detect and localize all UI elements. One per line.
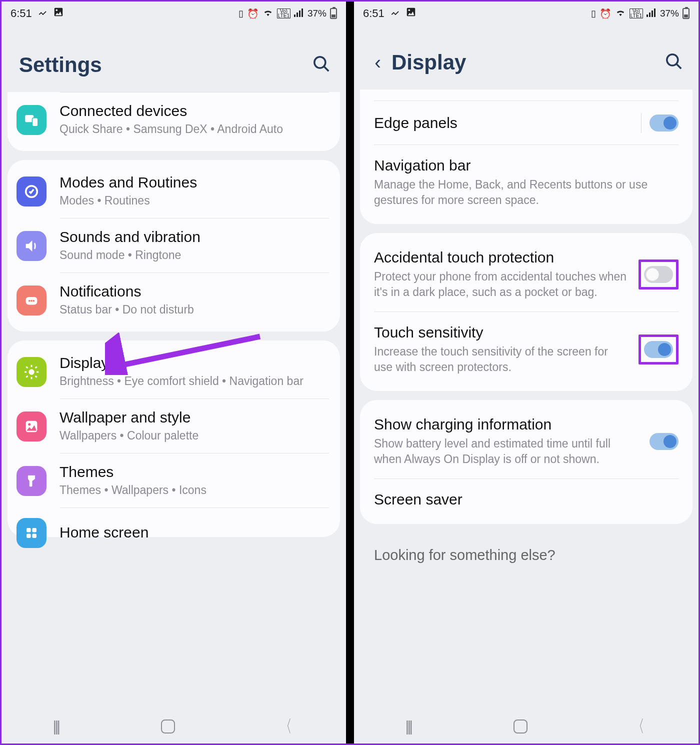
missed-call-icon bbox=[37, 6, 48, 20]
sound-icon bbox=[16, 231, 46, 261]
accidental-touch-toggle[interactable] bbox=[644, 266, 673, 283]
list-item-themes[interactable]: Themes Themes • Wallpapers • Icons bbox=[8, 454, 340, 508]
svg-rect-35 bbox=[652, 10, 653, 17]
wifi-icon bbox=[262, 8, 274, 20]
lte-icon: Vo)LTE1 bbox=[277, 8, 290, 18]
svg-point-14 bbox=[32, 300, 34, 302]
list-item-wallpaper[interactable]: Wallpaper and style Wallpapers • Colour … bbox=[8, 399, 340, 454]
setting-label: Touch sensitivity bbox=[374, 324, 628, 341]
touch-sensitivity-toggle[interactable] bbox=[644, 341, 673, 358]
setting-charging-info[interactable]: Show charging information Show battery l… bbox=[360, 404, 692, 479]
nav-recents-button[interactable]: ||| bbox=[53, 718, 58, 735]
svg-rect-36 bbox=[654, 8, 656, 17]
search-icon[interactable] bbox=[664, 52, 684, 73]
highlight-box bbox=[638, 260, 678, 290]
svg-point-6 bbox=[314, 57, 326, 68]
status-time: 6:51 bbox=[10, 7, 32, 20]
signal-icon bbox=[294, 8, 304, 20]
wifi-icon bbox=[615, 8, 626, 20]
status-bar: 6:51 ▯ ⏰ Vo)LTE1 37% bbox=[354, 2, 698, 26]
setting-screen-saver[interactable]: Screen saver bbox=[360, 479, 692, 520]
list-item-label: Connected devices bbox=[60, 102, 329, 120]
setting-navigation-bar[interactable]: Navigation bar Manage the Home, Back, an… bbox=[360, 145, 692, 220]
battery-pct: 37% bbox=[660, 8, 679, 19]
svg-line-23 bbox=[36, 366, 37, 368]
devices-icon bbox=[16, 105, 46, 135]
search-icon[interactable] bbox=[312, 54, 331, 76]
list-item-sounds[interactable]: Sounds and vibration Sound mode • Ringto… bbox=[8, 218, 340, 273]
page-title: Display bbox=[392, 50, 466, 74]
list-item-notifications[interactable]: Notifications Status bar • Do not distur… bbox=[8, 273, 340, 328]
charging-info-toggle[interactable] bbox=[650, 433, 678, 450]
status-bar: 6:51 ▯ ⏰ Vo)LTE1 37% bbox=[2, 2, 346, 26]
list-item-label: Display bbox=[60, 354, 329, 372]
page-title: Settings bbox=[19, 53, 102, 77]
remote-icon: ▯ bbox=[238, 8, 244, 19]
nav-recents-button[interactable]: ||| bbox=[406, 718, 411, 735]
svg-rect-30 bbox=[32, 534, 36, 538]
edge-panels-toggle[interactable] bbox=[650, 114, 678, 132]
svg-rect-27 bbox=[26, 528, 31, 532]
setting-label: Edge panels bbox=[374, 114, 628, 132]
setting-touch-sensitivity[interactable]: Touch sensitivity Increase the touch sen… bbox=[360, 312, 692, 387]
svg-rect-34 bbox=[649, 12, 650, 17]
svg-point-32 bbox=[408, 10, 410, 12]
list-item-sublabel: Modes • Routines bbox=[60, 193, 329, 208]
list-item-label: Home screen bbox=[60, 524, 329, 541]
wallpaper-icon bbox=[16, 412, 46, 442]
setting-sublabel: Show battery level and estimated time un… bbox=[374, 436, 640, 467]
home-screen-icon bbox=[16, 518, 46, 548]
back-button[interactable]: ‹ bbox=[364, 52, 392, 74]
list-item-connected-devices[interactable]: Connected devices Quick Share • Samsung … bbox=[8, 92, 340, 147]
right-phone: 6:51 ▯ ⏰ Vo)LTE1 37% ‹ Display bbox=[354, 2, 698, 744]
svg-rect-33 bbox=[646, 14, 648, 17]
setting-edge-panels[interactable]: Edge panels bbox=[360, 101, 692, 145]
svg-point-1 bbox=[56, 10, 58, 12]
list-item-home-screen[interactable]: Home screen bbox=[8, 508, 340, 533]
list-item-label: Wallpaper and style bbox=[60, 409, 329, 426]
setting-sublabel: Increase the touch sensitivity of the sc… bbox=[374, 344, 628, 375]
svg-line-22 bbox=[26, 376, 28, 377]
themes-icon bbox=[16, 466, 46, 496]
picture-icon bbox=[53, 6, 64, 20]
svg-line-20 bbox=[26, 366, 28, 368]
setting-accidental-touch[interactable]: Accidental touch protection Protect your… bbox=[360, 237, 692, 312]
nav-back-button[interactable]: 〈 bbox=[632, 715, 644, 738]
svg-line-7 bbox=[324, 66, 329, 72]
list-item-display[interactable]: Display Brightness • Eye comfort shield … bbox=[8, 344, 340, 399]
svg-rect-29 bbox=[26, 534, 31, 538]
list-item-modes[interactable]: Modes and Routines Modes • Routines bbox=[8, 164, 340, 218]
right-header: ‹ Display bbox=[354, 26, 698, 90]
setting-label: Accidental touch protection bbox=[374, 249, 628, 266]
settings-list: Connected devices Quick Share • Samsung … bbox=[2, 92, 346, 710]
setting-sublabel: Protect your phone from accidental touch… bbox=[374, 269, 628, 300]
toggle-separator bbox=[641, 113, 642, 133]
list-item-sublabel: Status bar • Do not disturb bbox=[60, 302, 329, 318]
nav-home-button[interactable] bbox=[514, 720, 528, 734]
nav-bar: ||| 〈 bbox=[354, 710, 698, 744]
highlight-box bbox=[638, 334, 678, 364]
left-header: Settings bbox=[2, 26, 346, 92]
svg-point-13 bbox=[30, 300, 32, 302]
battery-pct: 37% bbox=[308, 8, 326, 19]
picture-icon bbox=[406, 6, 416, 20]
svg-line-21 bbox=[36, 376, 37, 377]
setting-sublabel: Manage the Home, Back, and Recents butto… bbox=[374, 177, 668, 208]
svg-rect-9 bbox=[32, 118, 38, 126]
list-item-label: Themes bbox=[60, 464, 329, 480]
svg-rect-2 bbox=[294, 14, 296, 17]
list-item-sublabel: Brightness • Eye comfort shield • Naviga… bbox=[60, 374, 329, 389]
lte-icon: Vo)LTE1 bbox=[630, 8, 643, 18]
svg-point-37 bbox=[667, 54, 678, 66]
alarm-icon: ⏰ bbox=[600, 8, 612, 20]
status-time: 6:51 bbox=[363, 7, 384, 20]
display-icon bbox=[16, 357, 46, 387]
nav-back-button[interactable]: 〈 bbox=[280, 715, 292, 738]
svg-rect-4 bbox=[299, 10, 300, 17]
svg-point-26 bbox=[28, 423, 30, 426]
svg-rect-3 bbox=[296, 12, 298, 17]
list-item-sublabel: Wallpapers • Colour palette bbox=[60, 428, 329, 444]
setting-label: Show charging information bbox=[374, 416, 640, 433]
list-item-sublabel: Quick Share • Samsung DeX • Android Auto bbox=[60, 122, 329, 137]
nav-home-button[interactable] bbox=[161, 720, 175, 734]
